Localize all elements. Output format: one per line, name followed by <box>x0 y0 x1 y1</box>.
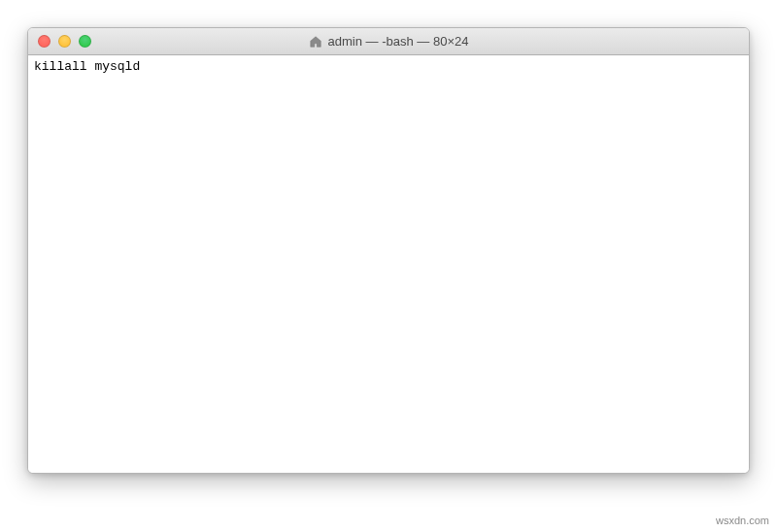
terminal-output: killall mysqld <box>34 59 140 74</box>
watermark: wsxdn.com <box>716 515 769 526</box>
window-title-container: admin — -bash — 80×24 <box>28 34 749 49</box>
close-button[interactable] <box>38 35 51 48</box>
window-title: admin — -bash — 80×24 <box>328 34 469 49</box>
maximize-button[interactable] <box>79 35 91 48</box>
home-icon <box>309 35 322 49</box>
titlebar[interactable]: admin — -bash — 80×24 <box>28 28 749 55</box>
minimize-button[interactable] <box>58 35 71 48</box>
terminal-content-area[interactable]: killall mysqld <box>28 55 749 473</box>
terminal-window: admin — -bash — 80×24 killall mysqld <box>27 27 750 474</box>
traffic-lights <box>28 35 91 48</box>
